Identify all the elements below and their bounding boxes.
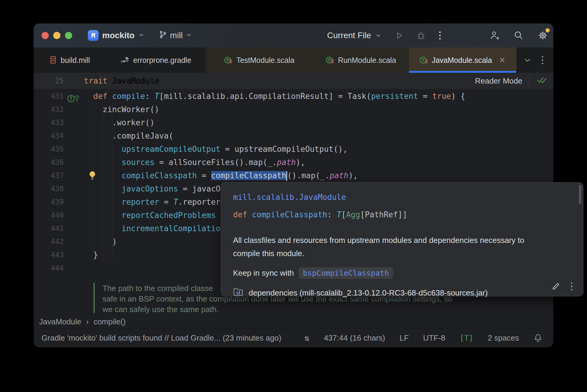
gutter[interactable]: 434 — [34, 132, 81, 140]
code-line-433[interactable]: 433 .worker() — [34, 116, 553, 129]
line-number[interactable]: 437 — [34, 171, 64, 180]
code-text[interactable]: sources = allSourceFiles().map(_.path), — [81, 156, 553, 169]
debug-button[interactable] — [416, 31, 426, 40]
code-token: .compileJava( — [84, 131, 173, 140]
run-button[interactable] — [395, 31, 404, 40]
gutter[interactable]: 431T — [34, 92, 81, 100]
status-message[interactable]: Gradle 'mockito' build scripts found // … — [41, 333, 281, 343]
breadcrumb-item[interactable]: JavaModule — [39, 317, 81, 326]
code-token — [84, 145, 121, 154]
sync-arrows-icon[interactable]: ⇅ — [304, 333, 309, 343]
indent-widget[interactable]: 2 spaces — [488, 333, 519, 343]
project-icon: M — [88, 30, 99, 41]
tab-JavaModule.scala[interactable]: TJavaModule.scala — [409, 47, 516, 73]
gutter[interactable]: 438 — [34, 185, 81, 193]
code-with-me-add-user-button[interactable] — [490, 30, 500, 41]
code-line-434[interactable]: 434 .compileJava( — [34, 129, 553, 142]
line-number[interactable]: 431 — [34, 92, 64, 100]
code-line-435[interactable]: 435 upstreamCompileOutput = upstreamComp… — [34, 142, 553, 156]
search-everywhere-button[interactable] — [514, 30, 524, 41]
code-token: ().map(_. — [287, 171, 330, 180]
caret-position-widget[interactable]: 437:44 (16 chars) — [324, 333, 385, 343]
edit-pencil-icon[interactable] — [551, 282, 560, 291]
code-text[interactable]: compileClasspath = compileClasspath().ma… — [81, 169, 553, 182]
gutter[interactable]: 443 — [34, 251, 81, 259]
code-token: upstreamCompileOutput — [121, 145, 220, 154]
gutter[interactable]: 441 — [34, 224, 81, 233]
scala-trait-icon: T — [224, 56, 233, 64]
gutter[interactable]: 442 — [34, 237, 81, 246]
tab-TestModule.scala[interactable]: TTestModule.scala — [206, 47, 313, 73]
gutter[interactable]: 433 — [34, 118, 81, 127]
line-number[interactable]: 440 — [34, 211, 64, 219]
tab-close-icon[interactable] — [499, 57, 506, 64]
gutter[interactable]: 440 — [34, 211, 81, 219]
doc-source-jar-label[interactable]: dependencies (mill-scalalib_2.13-0.12.0-… — [249, 288, 488, 298]
code-text[interactable]: def compile: T[mill.scalalib.api.Compila… — [81, 90, 553, 103]
notifications-bell-icon[interactable] — [533, 333, 542, 342]
code-line-436[interactable]: 436 sources = allSourceFiles().map(_.pat… — [34, 156, 553, 169]
line-number[interactable]: 441 — [34, 224, 64, 233]
encoding-widget[interactable]: UTF-8 — [423, 333, 445, 343]
scalafmt-badge[interactable]: [T] — [460, 334, 473, 342]
line-number[interactable]: 432 — [34, 105, 64, 114]
run-configuration-selector[interactable]: Current File — [327, 31, 382, 40]
line-number[interactable]: 439 — [34, 198, 64, 206]
settings-notification-dot — [546, 28, 550, 32]
gutter[interactable]: 435 — [34, 145, 81, 153]
line-number[interactable]: 438 — [34, 185, 64, 193]
tab-errorprone.gradle[interactable]: errorprone.gradle — [106, 47, 206, 73]
doc-qualifier-link[interactable]: mill.scalalib.JavaModule — [233, 193, 346, 202]
line-ending-widget[interactable]: LF — [400, 333, 409, 343]
popup-scrollbar-thumb[interactable] — [579, 185, 581, 204]
analysis-ok-check-icon[interactable] — [536, 75, 547, 87]
minimize-window-button[interactable] — [53, 32, 60, 39]
reader-mode-label[interactable]: Reader Mode — [475, 76, 522, 86]
line-number[interactable]: 443 — [34, 251, 64, 259]
code-token: compileClasspath — [121, 171, 197, 180]
gutter[interactable]: 437 — [34, 171, 81, 180]
intention-bulb-icon[interactable] — [88, 171, 97, 182]
settings-gear-button[interactable] — [537, 30, 549, 41]
code-text[interactable]: upstreamCompileOutput = upstreamCompileO… — [81, 142, 553, 156]
close-window-button[interactable] — [41, 32, 49, 39]
code-token: T — [173, 198, 178, 207]
zoom-window-button[interactable] — [65, 32, 72, 39]
line-number[interactable]: 444 — [34, 264, 64, 272]
vcs-branch-widget[interactable]: mill — [158, 30, 192, 41]
sticky-declaration-line[interactable]: 25 trait JavaModule Reader Mode — [34, 73, 553, 89]
doc-comment-line: The path to the compiled classe — [103, 283, 213, 294]
gutter[interactable]: 439 — [34, 198, 81, 206]
code-token: = allSourceFiles().map(_. — [155, 158, 277, 167]
gutter[interactable]: 444 — [34, 264, 81, 272]
tab-label: TestModule.scala — [236, 56, 294, 65]
svg-text:T: T — [422, 58, 424, 63]
line-number[interactable]: 435 — [34, 145, 64, 153]
code-token: T — [155, 92, 159, 101]
line-number[interactable]: 436 — [34, 158, 64, 167]
code-line-437[interactable]: 437 compileClasspath = compileClasspath(… — [34, 169, 553, 182]
project-widget[interactable]: M mockito — [88, 30, 145, 41]
code-token: [mill.scalalib.api.CompilationResult] = … — [159, 92, 371, 101]
code-token: trait — [84, 76, 112, 85]
more-actions-button[interactable] — [438, 30, 441, 41]
line-number[interactable]: 442 — [34, 237, 64, 246]
gutter[interactable]: 432 — [34, 105, 81, 114]
line-number[interactable]: 434 — [34, 132, 64, 140]
code-text[interactable]: zincWorker() — [81, 103, 553, 116]
tab-list-chevron-button[interactable] — [523, 56, 532, 65]
line-number[interactable]: 433 — [34, 118, 64, 127]
gutter[interactable]: 436 — [34, 158, 81, 167]
breadcrumb-item[interactable]: compile() — [94, 317, 126, 326]
git-branch-icon — [158, 30, 167, 41]
chevron-down-icon — [138, 32, 145, 39]
code-text[interactable]: .compileJava( — [81, 129, 553, 142]
tab-build.mill[interactable]: build.mill — [34, 47, 106, 73]
tab-options-kebab-button[interactable] — [541, 55, 544, 65]
tab-RunModule.scala[interactable]: TRunModule.scala — [313, 47, 409, 73]
code-line-431[interactable]: 431T def compile: T[mill.scalalib.api.Co… — [34, 90, 553, 103]
doc-sync-code-chip[interactable]: bspCompileClasspath — [299, 267, 393, 279]
code-text[interactable]: .worker() — [81, 116, 553, 129]
code-line-432[interactable]: 432 zincWorker() — [34, 103, 553, 116]
popup-kebab-icon[interactable] — [570, 282, 573, 291]
